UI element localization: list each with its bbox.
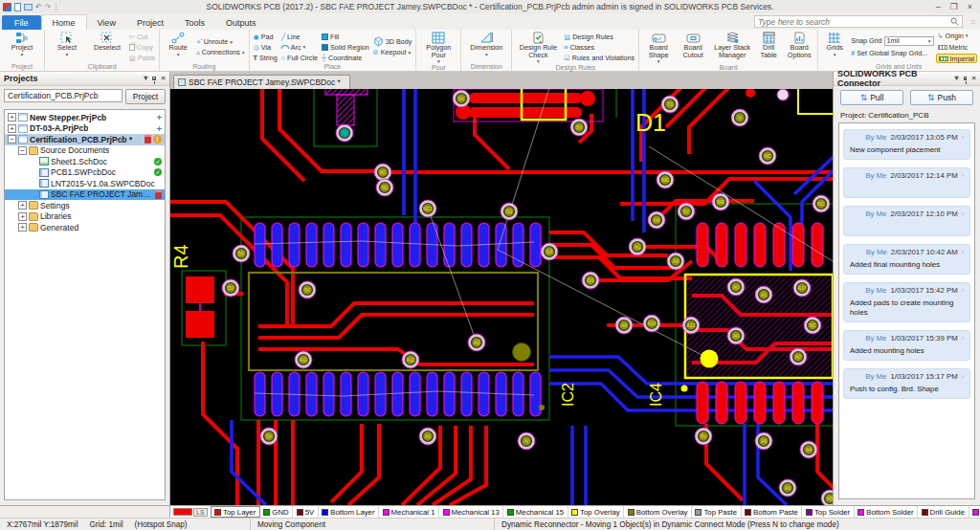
comment-card[interactable]: By Me2/03/2017 12:10 PM› — [843, 206, 970, 236]
comment-chevron-icon[interactable]: › — [962, 134, 964, 141]
via-button[interactable]: ◎Via — [252, 42, 279, 52]
search-input[interactable] — [758, 17, 948, 27]
via-pad[interactable]: A12 — [295, 351, 312, 368]
menu-tab-home[interactable]: Home — [41, 14, 87, 30]
via-pad[interactable]: A3 — [468, 334, 485, 351]
panel-close-icon[interactable]: × — [161, 74, 166, 83]
layer-tab-drill-guide[interactable]: Drill Guide — [918, 506, 969, 518]
grids-button[interactable]: Grids ▾ — [820, 31, 849, 63]
connector-pad[interactable] — [255, 223, 265, 267]
comment-chevron-icon[interactable]: › — [962, 287, 964, 294]
collapse-icon[interactable]: − — [8, 135, 16, 144]
connector-pad[interactable] — [255, 372, 265, 416]
tree-item[interactable]: PCB1.SWPcbDoc✓ — [5, 167, 165, 179]
tree-item[interactable]: +DT-03-A.PrjPcb+ — [5, 123, 165, 135]
connector-pad[interactable] — [358, 372, 368, 416]
rules-violations-button[interactable]: ☑Rules and Violations — [562, 54, 636, 63]
comment-card[interactable]: By Me2/03/2017 10:42 AM›Added final moun… — [843, 244, 970, 275]
connector-pad[interactable] — [289, 223, 300, 267]
connector-pad[interactable] — [306, 372, 317, 416]
set-global-snap-grid-button[interactable]: #Set Global Snap Grid... — [849, 49, 935, 58]
expand-icon[interactable]: + — [18, 223, 27, 232]
origin-button[interactable]: ↳Origin▾ — [936, 31, 978, 40]
comment-chevron-icon[interactable]: › — [962, 249, 964, 255]
connector-pad[interactable] — [444, 223, 455, 267]
layer-tab-top-paste[interactable]: Top Paste — [692, 506, 742, 518]
tree-item[interactable]: SBC FAE PROJECT Jamey.SWPCBDoc * — [5, 189, 165, 201]
pull-button[interactable]: ⇅Pull — [840, 90, 903, 105]
snap-grid-input[interactable]: 1mil▾ — [884, 36, 934, 46]
via-pad[interactable]: A8 — [648, 211, 665, 229]
comment-card[interactable]: By Me1/03/2017 15:42 PM›Added pads to cr… — [843, 282, 970, 322]
new-document-icon[interactable] — [14, 3, 21, 11]
connector-pad[interactable] — [461, 372, 472, 416]
via-pad[interactable]: A9 — [615, 317, 633, 334]
board-options-button[interactable]: Board Options — [783, 31, 815, 64]
connections-button[interactable]: ▵Connections▾ — [194, 48, 246, 57]
layer-tab-keep-o[interactable]: Keep-O — [969, 506, 980, 518]
open-document-icon[interactable] — [24, 4, 33, 11]
via-pad[interactable]: NC — [376, 179, 393, 196]
via-pad[interactable]: 5V — [453, 90, 470, 107]
via-pad[interactable]: A1 — [419, 428, 436, 445]
connector-pad[interactable] — [272, 223, 282, 267]
document-tab[interactable]: SBC FAE PROJECT Jamey.SWPCBDoc * — [173, 75, 350, 89]
via-pad[interactable]: 5V — [695, 428, 712, 445]
3d-body-button[interactable]: 3D Body — [371, 37, 414, 47]
design-rule-check-button[interactable]: Design Rule Check ▾ — [514, 31, 562, 64]
minimize-button[interactable]: – — [936, 1, 941, 12]
via-pad[interactable]: A7 — [790, 348, 807, 365]
line-button[interactable]: ╱Line — [279, 32, 320, 41]
via-pad[interactable]: WE — [657, 171, 674, 188]
via-pad[interactable]: A12 — [402, 351, 419, 368]
arc-button[interactable]: Arc▾ — [279, 42, 320, 52]
via-pad[interactable]: NC — [759, 147, 776, 165]
via-pad[interactable]: A5 — [821, 490, 833, 505]
via-pad[interactable]: A4 — [800, 441, 817, 458]
comment-card[interactable]: By Me2/03/2017 13:05 PM›New component pl… — [843, 129, 970, 160]
comment-author[interactable]: By Me — [865, 210, 886, 218]
tree-item[interactable]: LNT2015-V1.0a.SWPCBDoc — [5, 178, 165, 189]
polygon-pour-button[interactable]: Polygon Pour ▾ — [418, 31, 458, 64]
panel-menu-icon[interactable]: ▾ — [144, 74, 147, 83]
pcb-canvas[interactable]: 5V5VT0NNCNCNC1D2D3D05V5V5VA3A12A125VA1NW… — [170, 89, 833, 505]
board-cutout-button[interactable]: Board Cutout — [676, 31, 710, 64]
layer-tab-top-overlay[interactable]: Top Overlay — [568, 506, 625, 518]
via-pad[interactable]: 5V — [570, 119, 588, 136]
copy-button[interactable]: Copy — [127, 42, 157, 52]
via-pad[interactable]: WE — [712, 193, 729, 210]
via-pad[interactable]: D0 — [582, 272, 599, 289]
tree-item[interactable]: +Generated — [5, 222, 165, 233]
connector-pad[interactable] — [444, 372, 455, 416]
connector-pad[interactable] — [479, 372, 489, 416]
via-pad[interactable]: NC — [374, 164, 391, 181]
via-pad[interactable]: A17 — [793, 279, 811, 297]
connector-pad[interactable] — [427, 372, 437, 416]
imperial-button[interactable]: Imperial — [936, 54, 978, 63]
comment-chevron-icon[interactable]: › — [962, 172, 964, 179]
expand-icon[interactable]: + — [8, 113, 16, 121]
connector-pad[interactable] — [530, 223, 541, 267]
connector-pad[interactable] — [410, 372, 420, 416]
connector-pad[interactable] — [323, 223, 334, 267]
project-button[interactable]: Project ▾ — [2, 31, 42, 63]
connector-pad[interactable] — [410, 223, 420, 267]
layer-stack-manager-button[interactable]: Layer Stack Manager — [710, 31, 754, 64]
via-pad[interactable]: N — [518, 432, 535, 450]
via-pad[interactable]: A0 — [727, 278, 745, 296]
tree-item[interactable]: Sheet1.SchDoc✓ — [5, 156, 165, 167]
board-shape-button[interactable]: Board Shape ▾ — [641, 31, 676, 64]
add-to-project-icon[interactable]: + — [156, 123, 162, 134]
layer-tab-top-solder[interactable]: Top Solder — [802, 506, 854, 518]
comment-author[interactable]: By Me — [865, 372, 886, 381]
drill-table-button[interactable]: Drill Table — [754, 31, 783, 64]
comment-author[interactable]: By Me — [865, 286, 886, 295]
via-pad[interactable]: D3 — [541, 243, 558, 260]
current-layer-swatch[interactable] — [173, 508, 192, 516]
deselect-button[interactable]: Deselect — [87, 31, 127, 63]
connector-pad[interactable] — [530, 372, 541, 416]
classes-button[interactable]: ≡Classes — [562, 43, 636, 53]
via-pad[interactable]: NC — [813, 195, 830, 212]
layer-tab-mechanical-1[interactable]: Mechanical 1 — [379, 506, 439, 518]
keepout-button[interactable]: ⊘Keepout▾ — [371, 48, 414, 57]
